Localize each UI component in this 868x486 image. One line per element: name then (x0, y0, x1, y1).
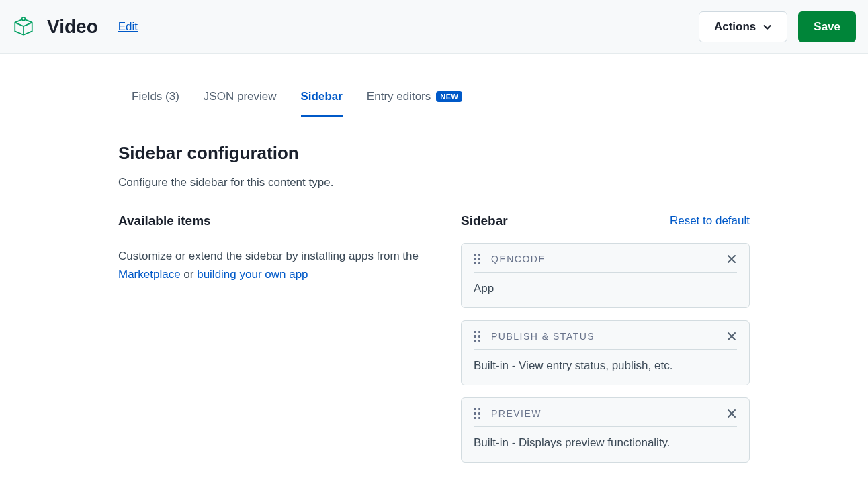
topbar: Video Edit Actions Save (0, 0, 868, 54)
available-text-part1: Customize or extend the sidebar by insta… (118, 250, 419, 262)
tab-fields-3-[interactable]: Fields (3) (132, 79, 179, 117)
actions-button[interactable]: Actions (699, 11, 787, 42)
save-button-label: Save (814, 20, 840, 34)
sidebar-heading: Sidebar (461, 213, 508, 228)
sidebar-item-desc: App (474, 282, 737, 295)
content-type-icon (12, 15, 35, 38)
sidebar-item-title: QENCODE (491, 254, 718, 264)
close-icon[interactable] (726, 408, 737, 419)
close-icon[interactable] (726, 254, 737, 264)
save-button[interactable]: Save (798, 11, 856, 42)
actions-button-label: Actions (714, 20, 756, 34)
available-text-part2: or (181, 268, 198, 281)
svg-point-0 (22, 17, 26, 20)
sidebar-item: QENCODEApp (461, 243, 750, 308)
sidebar-item-header: PUBLISH & STATUS (474, 330, 737, 350)
tab-sidebar[interactable]: Sidebar (301, 79, 343, 117)
sidebar-item: PREVIEWBuilt-in - Displays preview funct… (461, 397, 750, 463)
tab-label: Entry editors (367, 90, 431, 103)
available-heading: Available items (118, 213, 421, 228)
tab-json-preview[interactable]: JSON preview (204, 79, 277, 117)
marketplace-link[interactable]: Marketplace (118, 268, 181, 281)
tab-label: Fields (3) (132, 90, 179, 103)
page-title: Video (47, 16, 98, 38)
sidebar-item-title: PREVIEW (491, 408, 718, 419)
columns: Available items Customize or extend the … (118, 213, 750, 463)
chevron-down-icon (763, 22, 772, 32)
tab-entry-editors[interactable]: Entry editorsNEW (367, 79, 463, 117)
section-subtitle: Configure the sidebar for this content t… (118, 176, 750, 189)
sidebar-item: PUBLISH & STATUSBuilt-in - View entry st… (461, 320, 750, 385)
tab-label: JSON preview (204, 90, 277, 103)
section-title: Sidebar configuration (118, 143, 750, 164)
drag-handle-icon[interactable] (474, 330, 483, 342)
drag-handle-icon[interactable] (474, 253, 483, 265)
tab-label: Sidebar (301, 90, 343, 103)
available-text: Customize or extend the sidebar by insta… (118, 247, 421, 283)
sidebar-item-desc: Built-in - Displays preview functionalit… (474, 436, 737, 450)
sidebar-item-desc: Built-in - View entry status, publish, e… (474, 359, 737, 373)
topbar-right: Actions Save (699, 11, 856, 42)
new-badge: NEW (436, 91, 462, 102)
sidebar-column: Sidebar Reset to default QENCODEAppPUBLI… (461, 213, 750, 463)
close-icon[interactable] (726, 331, 737, 342)
sidebar-items-list: QENCODEAppPUBLISH & STATUSBuilt-in - Vie… (461, 243, 750, 463)
sidebar-heading-row: Sidebar Reset to default (461, 213, 750, 228)
topbar-left: Video Edit (12, 15, 138, 38)
sidebar-item-title: PUBLISH & STATUS (491, 331, 718, 342)
tabs: Fields (3)JSON previewSidebarEntry edito… (118, 79, 750, 117)
drag-handle-icon[interactable] (474, 407, 483, 420)
build-app-link[interactable]: building your own app (197, 268, 308, 281)
available-column: Available items Customize or extend the … (118, 213, 421, 463)
sidebar-item-header: PREVIEW (474, 407, 737, 427)
content-area: Fields (3)JSON previewSidebarEntry edito… (112, 79, 756, 463)
reset-to-default-link[interactable]: Reset to default (670, 214, 750, 228)
sidebar-item-header: QENCODE (474, 253, 737, 273)
edit-link[interactable]: Edit (118, 20, 138, 34)
